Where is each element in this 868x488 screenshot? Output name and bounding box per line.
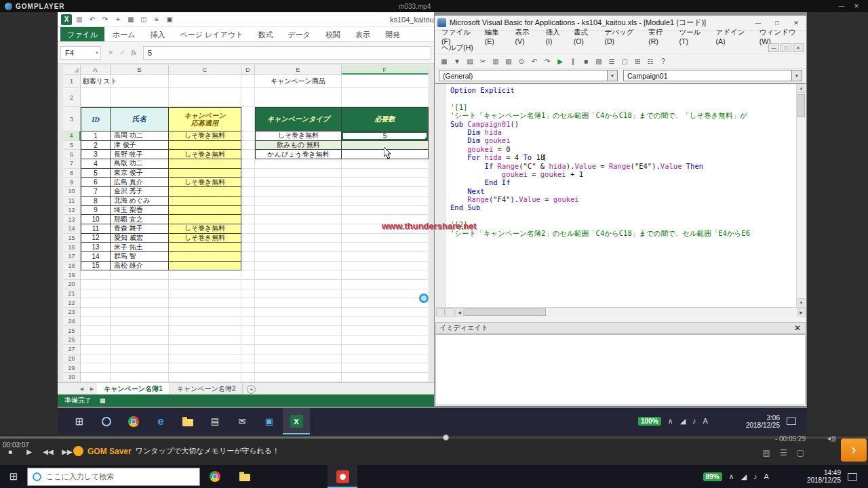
cell-B15[interactable]: 愛知 威宏 [111,234,169,243]
cell-C17[interactable] [169,252,241,262]
tray-chevron-icon[interactable]: ∧ [729,472,734,481]
cell-E22[interactable] [255,298,342,308]
ime-icon[interactable]: A [703,417,708,426]
photos-icon[interactable]: ▣ [256,408,283,434]
cell-C26[interactable] [169,336,241,345]
cell-D2[interactable] [241,88,255,107]
code-line-6[interactable]: Dim hida [450,128,795,136]
gom-saver-banner[interactable]: GOM Saver ワンタップで大切なメモリーが守られる！ [73,446,279,456]
code-line-13[interactable]: Next [450,187,795,195]
cell-B7[interactable]: 鳥取 功二 [111,159,169,169]
row-header-26[interactable]: 26 [63,336,81,345]
cell-C4[interactable]: しそ巻き無料 [169,131,241,141]
cell-F2[interactable] [342,88,429,107]
code-line-2[interactable] [450,94,795,102]
cell-A9[interactable]: 6 [81,178,111,187]
gom-icon[interactable] [328,465,357,488]
cell-F15[interactable] [342,234,429,243]
cell-A11[interactable]: 8 [81,197,111,206]
code-line-1[interactable]: Option Explicit [450,86,795,94]
cell-B4[interactable]: 高岡 功二 [111,131,169,141]
cell-B8[interactable]: 東京 俊子 [111,169,169,178]
cell-B26[interactable] [111,336,169,345]
cell-A29[interactable] [81,363,111,373]
code-line-7[interactable]: Dim goukei [450,136,795,144]
column-header-F[interactable]: F [342,65,429,75]
vba-menu-5[interactable]: 書式(O) [569,28,600,45]
cell-C1[interactable] [169,75,241,88]
cell-D23[interactable] [241,308,255,317]
cell-A25[interactable] [81,326,111,336]
cell-E30[interactable] [255,373,342,382]
fx-icon[interactable]: fx [132,49,136,56]
cell-F17[interactable] [342,252,429,262]
find-icon[interactable]: ⊙ [516,56,527,66]
cell-D13[interactable] [241,215,255,224]
code-line-9[interactable]: For hida = 4 To 18 [450,153,795,161]
cell-E8[interactable] [255,169,342,178]
qat-icon-6[interactable]: ◫ [140,16,148,23]
cell-A5[interactable]: 2 [81,141,111,150]
play-button[interactable]: ▶ [23,445,35,458]
cell-C8[interactable] [169,169,241,178]
cell-B9[interactable]: 広島 真介 [111,178,169,187]
run-icon[interactable]: ▶ [555,56,566,66]
cell-C23[interactable] [169,308,241,317]
cell-D21[interactable] [241,289,255,299]
qat-icon-4[interactable]: + [114,16,122,23]
cell-E4[interactable]: しそ巻き無料 [255,131,342,141]
cell-B5[interactable]: 津 俊子 [111,141,169,150]
cell-C18[interactable] [169,262,241,271]
row-header-12[interactable]: 12 [63,206,81,216]
capture-icon[interactable]: ▢ [797,448,804,458]
cell-E5[interactable]: 飲みもの 無料 [255,141,342,150]
seek-handle[interactable] [443,434,449,441]
cell-F11[interactable] [342,197,429,206]
cell-C7[interactable] [169,159,241,169]
code-line-18[interactable]: 'シート「キャンペーン名簿2」のセル範囲「C4からC18」までの間で、セル範囲「… [450,229,795,237]
network-icon[interactable]: ◢ [741,472,747,481]
cell-B19[interactable] [111,270,169,280]
ribbon-tab-9[interactable]: 開発 [378,27,407,41]
cell-D26[interactable] [241,336,255,345]
close-icon[interactable]: ✕ [794,323,805,333]
cell-B16[interactable]: 米子 拓土 [111,243,169,252]
maximize-icon[interactable]: □ [770,20,785,26]
cell-B24[interactable] [111,317,169,327]
cell-A30[interactable] [81,373,111,382]
row-header-6[interactable]: 6 [63,150,81,159]
row-header-27[interactable]: 27 [63,345,81,354]
search-box[interactable]: ここに入力して検索 [27,468,200,486]
cell-B29[interactable] [111,363,169,373]
row-header-19[interactable]: 19 [63,270,81,280]
cell-F19[interactable] [342,270,429,280]
cell-A20[interactable] [81,280,111,289]
cell-C28[interactable] [169,354,241,364]
sheet-nav-next[interactable]: ▶ [87,383,97,394]
redo-icon[interactable]: ↷ [542,56,553,66]
cell-C29[interactable] [169,363,241,373]
cell-D29[interactable] [241,363,255,373]
vba-menu-4[interactable]: 挿入(I) [540,28,568,45]
design-mode-icon[interactable]: ▨ [593,56,604,66]
cell-F23[interactable] [342,308,429,317]
mail-icon[interactable]: ✉ [229,408,256,434]
clock[interactable]: 14:49 2018/12/25 [807,469,841,484]
cell-D7[interactable] [241,159,255,169]
cell-D1[interactable] [241,75,255,88]
toolbox-icon[interactable]: ☷ [645,56,656,66]
volume-icon[interactable]: ♪ [753,472,757,481]
code-line-16[interactable] [450,212,795,220]
ime-icon[interactable]: A [764,472,769,481]
row-header-9[interactable]: 9 [63,178,81,187]
cell-B23[interactable] [111,308,169,317]
cell-C5[interactable] [169,141,241,150]
vba-menu-6[interactable]: デバッグ(D) [600,28,644,45]
scroll-up-icon[interactable]: ▲ [797,84,806,93]
row-header-22[interactable]: 22 [63,298,81,308]
qat-icon-7[interactable]: ≡ [153,16,161,23]
code-line-12[interactable]: End If [450,178,795,186]
cell-B30[interactable] [111,373,169,382]
row-header-18[interactable]: 18 [63,262,81,271]
cell-F25[interactable] [342,326,429,336]
